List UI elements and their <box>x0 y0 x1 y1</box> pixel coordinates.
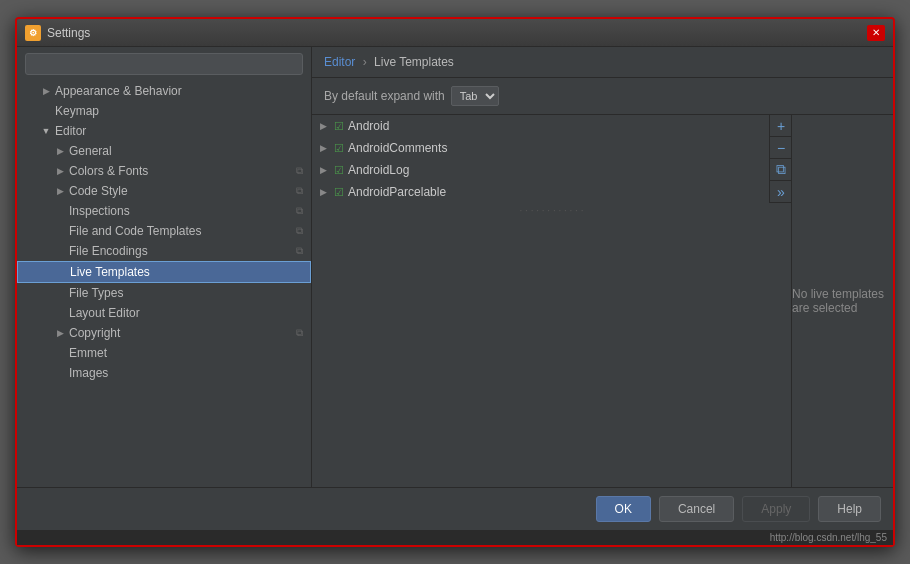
remove-button[interactable]: − <box>770 137 792 159</box>
arrow-icon: ▶ <box>53 186 67 196</box>
copy-icon: ⧉ <box>296 245 303 257</box>
main-panel: Editor › Live Templates By default expan… <box>312 47 893 487</box>
content-area: ▶ Appearance & Behavior Keymap ▼ Editor … <box>17 47 893 487</box>
sidebar-item-images[interactable]: Images <box>17 363 311 383</box>
sidebar-item-live-templates[interactable]: Live Templates <box>17 261 311 283</box>
breadcrumb-parent[interactable]: Editor <box>324 55 355 69</box>
sidebar-item-file-code-templates[interactable]: File and Code Templates ⧉ <box>17 221 311 241</box>
breadcrumb: Editor › Live Templates <box>312 47 893 78</box>
group-android-parcelable[interactable]: ▶ ☑ AndroidParcelable <box>312 181 791 203</box>
sidebar-item-label: Copyright <box>69 326 120 340</box>
sidebar-item-general[interactable]: ▶ General <box>17 141 311 161</box>
arrow-icon <box>39 106 53 116</box>
group-arrow-icon: ▶ <box>320 165 330 175</box>
sidebar-item-label: General <box>69 144 112 158</box>
app-icon: ⚙ <box>25 25 41 41</box>
group-arrow-icon: ▶ <box>320 121 330 131</box>
sidebar-item-label: Live Templates <box>70 265 150 279</box>
breadcrumb-separator: › <box>363 55 367 69</box>
close-button[interactable]: ✕ <box>867 25 885 41</box>
check-icon: ☑ <box>334 164 344 177</box>
arrow-icon: ▼ <box>39 126 53 136</box>
no-selection-text: No live templates are selected <box>792 287 893 315</box>
sidebar-item-label: Images <box>69 366 108 380</box>
breadcrumb-current: Live Templates <box>374 55 454 69</box>
arrow-icon <box>54 267 68 277</box>
expand-label: By default expand with <box>324 89 445 103</box>
sidebar-item-keymap[interactable]: Keymap <box>17 101 311 121</box>
sidebar-item-file-types[interactable]: File Types <box>17 283 311 303</box>
group-label: AndroidParcelable <box>348 185 446 199</box>
help-button[interactable]: Help <box>818 496 881 522</box>
sidebar-item-label: Keymap <box>55 104 99 118</box>
arrow-icon <box>53 288 67 298</box>
arrow-icon <box>53 206 67 216</box>
group-android-log[interactable]: ▶ ☑ AndroidLog <box>312 159 791 181</box>
title-bar-left: ⚙ Settings <box>25 25 90 41</box>
sidebar-item-copyright[interactable]: ▶ Copyright ⧉ <box>17 323 311 343</box>
sidebar-item-label: Inspections <box>69 204 130 218</box>
sidebar-item-label: Appearance & Behavior <box>55 84 182 98</box>
copy-icon: ⧉ <box>296 185 303 197</box>
apply-button[interactable]: Apply <box>742 496 810 522</box>
arrow-icon: ▶ <box>53 146 67 156</box>
expand-select[interactable]: Tab <box>451 86 499 106</box>
group-android[interactable]: ▶ ☑ Android <box>312 115 791 137</box>
sidebar-item-layout-editor[interactable]: Layout Editor <box>17 303 311 323</box>
sidebar-item-editor[interactable]: ▼ Editor <box>17 121 311 141</box>
copy-icon: ⧉ <box>296 165 303 177</box>
arrow-icon <box>53 368 67 378</box>
group-label: Android <box>348 119 389 133</box>
cancel-button[interactable]: Cancel <box>659 496 734 522</box>
search-input[interactable] <box>25 53 303 75</box>
group-android-comments[interactable]: ▶ ☑ AndroidComments <box>312 137 791 159</box>
arrow-icon <box>53 246 67 256</box>
sidebar: ▶ Appearance & Behavior Keymap ▼ Editor … <box>17 47 312 487</box>
sidebar-item-label: Colors & Fonts <box>69 164 148 178</box>
sidebar-item-label: Editor <box>55 124 86 138</box>
window-title: Settings <box>47 26 90 40</box>
arrow-icon <box>53 308 67 318</box>
check-icon: ☑ <box>334 142 344 155</box>
ok-button[interactable]: OK <box>596 496 651 522</box>
sidebar-item-emmet[interactable]: Emmet <box>17 343 311 363</box>
divider: · · · · · · · · · · · · <box>312 203 791 218</box>
group-arrow-icon: ▶ <box>320 187 330 197</box>
add-button[interactable]: + <box>770 115 792 137</box>
group-label: AndroidComments <box>348 141 447 155</box>
sidebar-item-appearance[interactable]: ▶ Appearance & Behavior <box>17 81 311 101</box>
sidebar-item-label: File Types <box>69 286 123 300</box>
sidebar-item-label: File and Code Templates <box>69 224 202 238</box>
more-button[interactable]: » <box>770 181 792 203</box>
action-buttons: + − ⧉ » <box>769 115 791 203</box>
group-label: AndroidLog <box>348 163 409 177</box>
sidebar-item-inspections[interactable]: Inspections ⧉ <box>17 201 311 221</box>
sidebar-item-code-style[interactable]: ▶ Code Style ⧉ <box>17 181 311 201</box>
check-icon: ☑ <box>334 186 344 199</box>
arrow-icon: ▶ <box>53 166 67 176</box>
title-bar: ⚙ Settings ✕ <box>17 19 893 47</box>
sidebar-item-label: Emmet <box>69 346 107 360</box>
toolbar: By default expand with Tab <box>312 78 893 115</box>
copy-icon: ⧉ <box>296 225 303 237</box>
copy-icon: ⧉ <box>296 327 303 339</box>
footer: OK Cancel Apply Help <box>17 487 893 530</box>
group-arrow-icon: ▶ <box>320 143 330 153</box>
sidebar-item-colors-fonts[interactable]: ▶ Colors & Fonts ⧉ <box>17 161 311 181</box>
templates-list: ▶ ☑ Android ▶ ☑ AndroidComments ▶ ☑ <box>312 115 792 487</box>
templates-right: No live templates are selected <box>792 115 893 487</box>
copy-button[interactable]: ⧉ <box>770 159 792 181</box>
sidebar-item-file-encodings[interactable]: File Encodings ⧉ <box>17 241 311 261</box>
arrow-icon: ▶ <box>39 86 53 96</box>
settings-window: ⚙ Settings ✕ ▶ Appearance & Behavior Key… <box>15 17 895 547</box>
sidebar-item-label: Layout Editor <box>69 306 140 320</box>
arrow-icon: ▶ <box>53 328 67 338</box>
sidebar-item-label: File Encodings <box>69 244 148 258</box>
sidebar-item-label: Code Style <box>69 184 128 198</box>
arrow-icon <box>53 226 67 236</box>
check-icon: ☑ <box>334 120 344 133</box>
arrow-icon <box>53 348 67 358</box>
templates-area: ▶ ☑ Android ▶ ☑ AndroidComments ▶ ☑ <box>312 115 893 487</box>
watermark: http://blog.csdn.net/lhg_55 <box>17 530 893 545</box>
copy-icon: ⧉ <box>296 205 303 217</box>
